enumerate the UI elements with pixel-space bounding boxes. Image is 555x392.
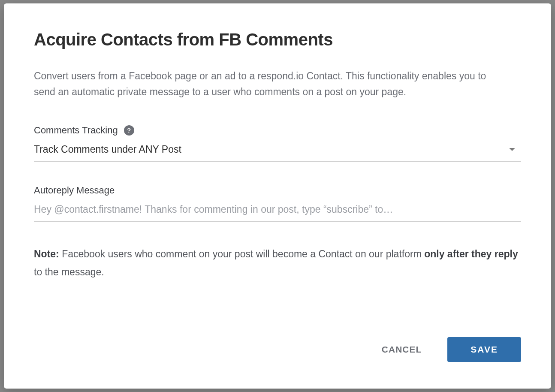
autoreply-input[interactable] (34, 204, 521, 222)
modal-actions: CANCEL SAVE (378, 337, 521, 362)
help-icon[interactable]: ? (124, 125, 134, 136)
autoreply-label: Autoreply Message (34, 185, 521, 196)
modal-title: Acquire Contacts from FB Comments (34, 30, 521, 49)
caret-down-icon (509, 148, 515, 151)
cancel-button[interactable]: CANCEL (378, 340, 425, 359)
save-button[interactable]: SAVE (447, 337, 521, 362)
autoreply-field: Autoreply Message (34, 185, 521, 222)
comments-tracking-selected-value: Track Comments under ANY Post (34, 144, 181, 155)
note-prefix: Note: (34, 248, 59, 259)
comments-tracking-select[interactable]: Track Comments under ANY Post (34, 144, 521, 162)
comments-tracking-field: Comments Tracking ? Track Comments under… (34, 125, 521, 162)
modal-overlay: Acquire Contacts from FB Comments Conver… (0, 0, 555, 392)
note-mid-text: Facebook users who comment on your post … (59, 248, 424, 259)
autoreply-label-text: Autoreply Message (34, 185, 115, 196)
acquire-contacts-modal: Acquire Contacts from FB Comments Conver… (4, 3, 551, 389)
comments-tracking-label: Comments Tracking ? (34, 125, 521, 136)
note-end-text: to the message. (34, 266, 104, 277)
comments-tracking-label-text: Comments Tracking (34, 125, 118, 136)
note-text: Note: Facebook users who comment on your… (34, 245, 521, 281)
modal-description: Convert users from a Facebook page or an… (34, 68, 497, 100)
note-bold-mid: only after they reply (424, 248, 518, 259)
